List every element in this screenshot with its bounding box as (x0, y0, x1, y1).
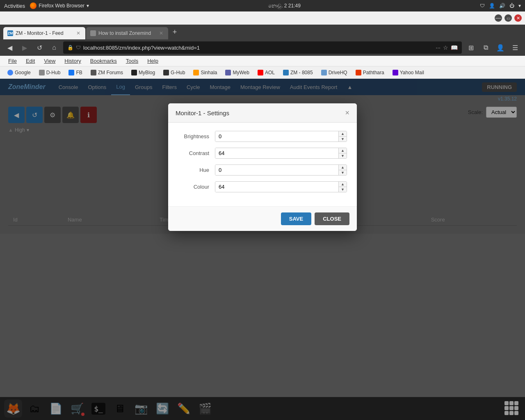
brightness-up[interactable]: ▲ (339, 131, 347, 137)
menu-help[interactable]: Help (143, 57, 162, 65)
browser-menu-button[interactable]: ☰ (509, 42, 521, 53)
bookmark-zm8085[interactable]: ZM - 8085 (280, 69, 316, 76)
address-actions: ··· ☆ 📖 (436, 44, 458, 51)
modal-body: Brightness ▲ ▼ Contrast (168, 123, 357, 206)
browser-tabs: ZM ZM - Monitor-1 - Feed ✕ How to instal… (0, 25, 525, 39)
hue-input-container: ▲ ▼ (215, 164, 347, 176)
contrast-input-container: ▲ ▼ (215, 148, 347, 159)
contrast-down[interactable]: ▼ (339, 153, 347, 158)
topbar-chevron-icon[interactable]: ▾ (518, 3, 521, 9)
address-container[interactable]: 🔒 🛡 localhost:8085/zm/index.php?view=wat… (63, 41, 462, 54)
bookmark-paththara[interactable]: Paththara (352, 69, 388, 76)
menu-file[interactable]: File (4, 57, 21, 65)
maximize-button[interactable]: ▭ (504, 14, 512, 22)
os-topbar: Activities Firefox Web Browser ▾ නොවු. 2… (0, 0, 525, 11)
settings-modal: Monitor-1 - Settings × Brightness ▲ ▼ (168, 103, 357, 231)
tab-sync-button[interactable]: ⧉ (480, 42, 491, 53)
tab2-label: How to install Zonemind (98, 30, 156, 36)
page-content: ZoneMinder Console Options Log Groups Fi… (0, 79, 525, 420)
menu-edit[interactable]: Edit (22, 57, 39, 65)
power-icon[interactable]: ⏻ (509, 3, 514, 9)
tab1-favicon: ZM (7, 30, 13, 36)
bookmark-google[interactable]: Google (4, 69, 34, 76)
firefox-topbar-icon (30, 2, 37, 9)
tab2-favicon (90, 30, 96, 36)
new-tab-button[interactable]: + (169, 26, 180, 38)
save-button[interactable]: SAVE (281, 212, 311, 225)
colour-row: Colour ▲ ▼ (178, 181, 347, 192)
contrast-spinner: ▲ ▼ (338, 148, 347, 158)
bookmark-yahoomail[interactable]: Yahoo Mail (389, 69, 427, 76)
hue-spinner: ▲ ▼ (338, 165, 347, 175)
shield-icon: 🛡 (76, 45, 81, 50)
modal-header: Monitor-1 - Settings × (168, 103, 357, 123)
bookmark-zmforums[interactable]: ZM Forums (87, 69, 126, 76)
bookmark-myweb[interactable]: MyWeb (222, 69, 252, 76)
browser-window: — ▭ ✕ ZM ZM - Monitor-1 - Feed ✕ How to … (0, 11, 525, 420)
modal-title: Monitor-1 - Settings (176, 110, 229, 116)
addressbar-more-btn[interactable]: ··· (436, 44, 441, 51)
hue-up[interactable]: ▲ (339, 165, 347, 170)
datetime-label: නොවු. 2 21:49 (268, 3, 301, 9)
bookmark-github[interactable]: G-Hub (160, 69, 188, 76)
reader-mode-btn[interactable]: 📖 (451, 44, 458, 51)
volume-icon: 🔊 (499, 3, 505, 9)
tab-how-to[interactable]: How to install Zonemind ✕ (86, 27, 168, 39)
hue-input[interactable] (215, 165, 338, 175)
address-url[interactable]: localhost:8085/zm/index.php?view=watch&m… (83, 45, 433, 51)
user-icon: 👤 (489, 3, 495, 9)
menu-history[interactable]: History (60, 57, 85, 65)
brightness-input[interactable] (215, 131, 338, 142)
bookmark-drivehq[interactable]: DriveHQ (318, 69, 351, 76)
colour-down[interactable]: ▼ (339, 187, 347, 192)
network-icon: 🛡 (480, 3, 485, 9)
home-button[interactable]: ⌂ (48, 42, 60, 53)
browser-label: Firefox Web Browser ▾ (30, 2, 89, 9)
menu-bookmarks[interactable]: Bookmarks (86, 57, 121, 65)
bookmark-star-btn[interactable]: ☆ (443, 44, 448, 51)
colour-up[interactable]: ▲ (339, 182, 347, 187)
colour-input[interactable] (215, 182, 338, 192)
contrast-label: Contrast (178, 150, 215, 156)
minimize-button[interactable]: — (495, 14, 502, 22)
reload-button[interactable]: ↺ (34, 42, 45, 53)
modal-overlay[interactable]: Monitor-1 - Settings × Brightness ▲ ▼ (0, 79, 525, 420)
tab1-close[interactable]: ✕ (75, 30, 81, 37)
bookmarks-bar: Google D-Hub FB ZM Forums MyBlog G-Hub S… (0, 66, 525, 79)
contrast-input[interactable] (215, 148, 338, 158)
hue-down[interactable]: ▼ (339, 170, 347, 175)
colour-spinner: ▲ ▼ (338, 182, 347, 192)
forward-button[interactable]: ▶ (19, 42, 30, 53)
tab-zm-monitor[interactable]: ZM ZM - Monitor-1 - Feed ✕ (3, 27, 85, 39)
brightness-label: Brightness (178, 133, 215, 139)
contrast-row: Contrast ▲ ▼ (178, 148, 347, 159)
bookmark-myblog[interactable]: MyBlog (128, 69, 158, 76)
colour-input-container: ▲ ▼ (215, 181, 347, 192)
brightness-row: Brightness ▲ ▼ (178, 131, 347, 142)
modal-footer: SAVE CLOSE (168, 206, 357, 231)
extensions-button[interactable]: ⊞ (465, 42, 477, 53)
window-close-button[interactable]: ✕ (514, 14, 522, 22)
bookmark-dhub[interactable]: D-Hub (36, 69, 64, 76)
brightness-down[interactable]: ▼ (339, 137, 347, 142)
lock-icon: 🔒 (67, 45, 73, 50)
tab2-close[interactable]: ✕ (158, 30, 164, 37)
colour-label: Colour (178, 184, 215, 190)
bookmark-aol[interactable]: AOL (254, 69, 278, 76)
menu-tools[interactable]: Tools (122, 57, 142, 65)
browser-title-bar: — ▭ ✕ (0, 11, 525, 25)
activities-label[interactable]: Activities (4, 3, 25, 9)
brightness-input-container: ▲ ▼ (215, 131, 347, 142)
bookmark-fb[interactable]: FB (65, 69, 85, 76)
account-button[interactable]: 👤 (495, 42, 506, 53)
browser-menu-bar: File Edit View History Bookmarks Tools H… (0, 56, 525, 66)
menu-view[interactable]: View (40, 57, 59, 65)
brightness-spinner: ▲ ▼ (338, 131, 347, 142)
close-modal-button[interactable]: CLOSE (315, 212, 349, 225)
bookmark-sinhala[interactable]: Sinhala (190, 69, 220, 76)
modal-header-close-button[interactable]: × (345, 109, 349, 116)
contrast-up[interactable]: ▲ (339, 148, 347, 153)
tab1-label: ZM - Monitor-1 - Feed (16, 30, 73, 36)
back-button[interactable]: ◀ (4, 42, 16, 53)
hue-row: Hue ▲ ▼ (178, 164, 347, 176)
